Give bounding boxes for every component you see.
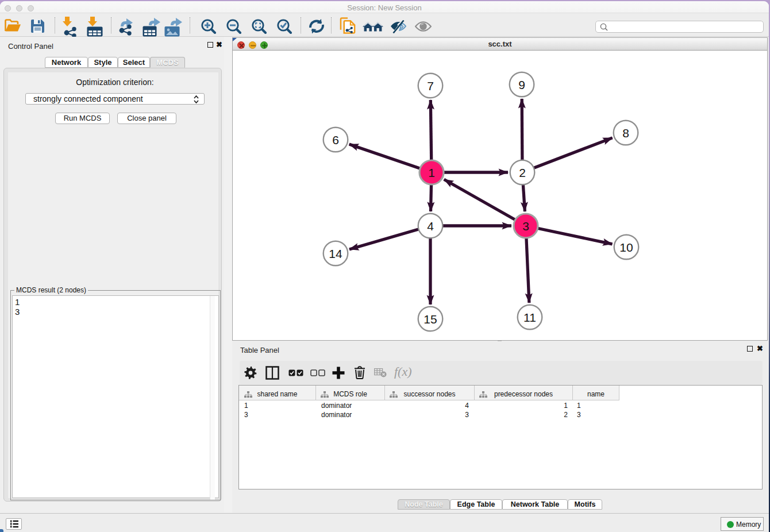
svg-text:4: 4	[427, 219, 434, 233]
svg-text:11: 11	[523, 311, 536, 324]
svg-text:6: 6	[332, 133, 339, 147]
svg-text:15: 15	[424, 313, 437, 326]
svg-text:7: 7	[427, 79, 434, 92]
svg-text:14: 14	[329, 247, 342, 260]
svg-text:2: 2	[519, 166, 526, 179]
svg-text:1: 1	[428, 166, 435, 179]
svg-text:8: 8	[622, 126, 629, 140]
svg-text:10: 10	[619, 241, 633, 254]
svg-text:9: 9	[518, 78, 525, 91]
svg-text:3: 3	[522, 219, 529, 233]
